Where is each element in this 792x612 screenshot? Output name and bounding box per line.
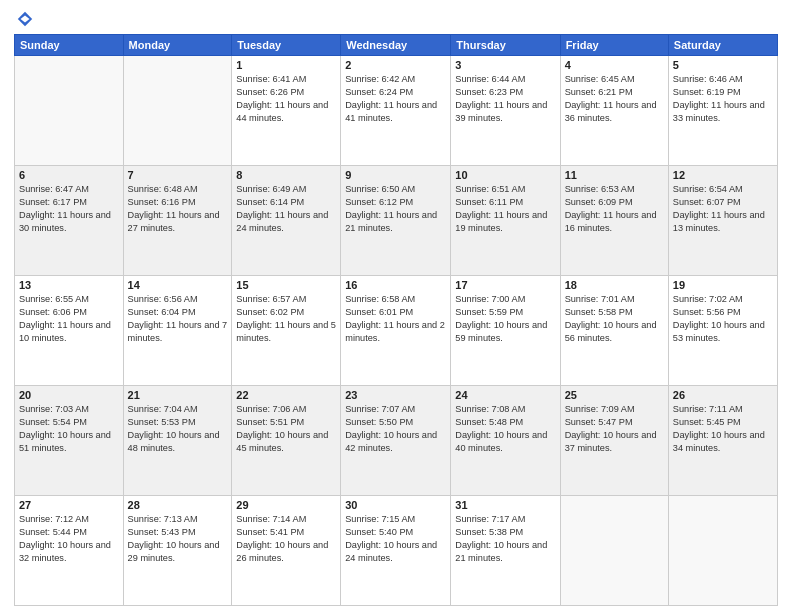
calendar-week-row: 27Sunrise: 7:12 AM Sunset: 5:44 PM Dayli… [15, 496, 778, 606]
page: SundayMondayTuesdayWednesdayThursdayFrid… [0, 0, 792, 612]
calendar-week-row: 13Sunrise: 6:55 AM Sunset: 6:06 PM Dayli… [15, 276, 778, 386]
calendar-cell: 8Sunrise: 6:49 AM Sunset: 6:14 PM Daylig… [232, 166, 341, 276]
calendar-cell: 25Sunrise: 7:09 AM Sunset: 5:47 PM Dayli… [560, 386, 668, 496]
calendar-week-row: 20Sunrise: 7:03 AM Sunset: 5:54 PM Dayli… [15, 386, 778, 496]
day-number: 20 [19, 389, 119, 401]
logo-icon [16, 10, 34, 28]
day-info: Sunrise: 6:42 AM Sunset: 6:24 PM Dayligh… [345, 73, 446, 125]
calendar: SundayMondayTuesdayWednesdayThursdayFrid… [14, 34, 778, 606]
calendar-cell: 29Sunrise: 7:14 AM Sunset: 5:41 PM Dayli… [232, 496, 341, 606]
day-info: Sunrise: 7:15 AM Sunset: 5:40 PM Dayligh… [345, 513, 446, 565]
calendar-cell: 13Sunrise: 6:55 AM Sunset: 6:06 PM Dayli… [15, 276, 124, 386]
calendar-week-row: 6Sunrise: 6:47 AM Sunset: 6:17 PM Daylig… [15, 166, 778, 276]
day-number: 29 [236, 499, 336, 511]
day-number: 8 [236, 169, 336, 181]
calendar-cell: 30Sunrise: 7:15 AM Sunset: 5:40 PM Dayli… [341, 496, 451, 606]
calendar-cell: 16Sunrise: 6:58 AM Sunset: 6:01 PM Dayli… [341, 276, 451, 386]
day-info: Sunrise: 7:03 AM Sunset: 5:54 PM Dayligh… [19, 403, 119, 455]
calendar-cell: 31Sunrise: 7:17 AM Sunset: 5:38 PM Dayli… [451, 496, 560, 606]
day-number: 27 [19, 499, 119, 511]
day-number: 3 [455, 59, 555, 71]
calendar-cell: 5Sunrise: 6:46 AM Sunset: 6:19 PM Daylig… [668, 56, 777, 166]
day-info: Sunrise: 7:14 AM Sunset: 5:41 PM Dayligh… [236, 513, 336, 565]
calendar-cell: 26Sunrise: 7:11 AM Sunset: 5:45 PM Dayli… [668, 386, 777, 496]
day-info: Sunrise: 7:01 AM Sunset: 5:58 PM Dayligh… [565, 293, 664, 345]
calendar-cell: 19Sunrise: 7:02 AM Sunset: 5:56 PM Dayli… [668, 276, 777, 386]
day-info: Sunrise: 6:50 AM Sunset: 6:12 PM Dayligh… [345, 183, 446, 235]
day-info: Sunrise: 6:58 AM Sunset: 6:01 PM Dayligh… [345, 293, 446, 345]
day-info: Sunrise: 7:08 AM Sunset: 5:48 PM Dayligh… [455, 403, 555, 455]
day-info: Sunrise: 6:48 AM Sunset: 6:16 PM Dayligh… [128, 183, 228, 235]
day-number: 17 [455, 279, 555, 291]
day-number: 25 [565, 389, 664, 401]
day-number: 12 [673, 169, 773, 181]
day-info: Sunrise: 6:45 AM Sunset: 6:21 PM Dayligh… [565, 73, 664, 125]
calendar-cell: 10Sunrise: 6:51 AM Sunset: 6:11 PM Dayli… [451, 166, 560, 276]
calendar-cell [668, 496, 777, 606]
calendar-cell [123, 56, 232, 166]
calendar-cell: 11Sunrise: 6:53 AM Sunset: 6:09 PM Dayli… [560, 166, 668, 276]
day-number: 7 [128, 169, 228, 181]
weekday-header-tuesday: Tuesday [232, 35, 341, 56]
day-info: Sunrise: 6:49 AM Sunset: 6:14 PM Dayligh… [236, 183, 336, 235]
weekday-header-friday: Friday [560, 35, 668, 56]
day-info: Sunrise: 7:13 AM Sunset: 5:43 PM Dayligh… [128, 513, 228, 565]
calendar-cell: 28Sunrise: 7:13 AM Sunset: 5:43 PM Dayli… [123, 496, 232, 606]
day-number: 11 [565, 169, 664, 181]
day-info: Sunrise: 7:07 AM Sunset: 5:50 PM Dayligh… [345, 403, 446, 455]
day-number: 9 [345, 169, 446, 181]
weekday-header-monday: Monday [123, 35, 232, 56]
day-info: Sunrise: 7:12 AM Sunset: 5:44 PM Dayligh… [19, 513, 119, 565]
calendar-cell: 9Sunrise: 6:50 AM Sunset: 6:12 PM Daylig… [341, 166, 451, 276]
calendar-cell: 24Sunrise: 7:08 AM Sunset: 5:48 PM Dayli… [451, 386, 560, 496]
weekday-header-wednesday: Wednesday [341, 35, 451, 56]
day-info: Sunrise: 7:09 AM Sunset: 5:47 PM Dayligh… [565, 403, 664, 455]
header [14, 10, 778, 28]
day-number: 31 [455, 499, 555, 511]
calendar-cell [15, 56, 124, 166]
calendar-cell: 12Sunrise: 6:54 AM Sunset: 6:07 PM Dayli… [668, 166, 777, 276]
calendar-cell: 17Sunrise: 7:00 AM Sunset: 5:59 PM Dayli… [451, 276, 560, 386]
day-info: Sunrise: 6:47 AM Sunset: 6:17 PM Dayligh… [19, 183, 119, 235]
calendar-cell: 3Sunrise: 6:44 AM Sunset: 6:23 PM Daylig… [451, 56, 560, 166]
day-number: 10 [455, 169, 555, 181]
weekday-header-thursday: Thursday [451, 35, 560, 56]
day-info: Sunrise: 6:57 AM Sunset: 6:02 PM Dayligh… [236, 293, 336, 345]
calendar-cell: 4Sunrise: 6:45 AM Sunset: 6:21 PM Daylig… [560, 56, 668, 166]
day-info: Sunrise: 6:56 AM Sunset: 6:04 PM Dayligh… [128, 293, 228, 345]
day-number: 16 [345, 279, 446, 291]
calendar-cell: 27Sunrise: 7:12 AM Sunset: 5:44 PM Dayli… [15, 496, 124, 606]
day-number: 18 [565, 279, 664, 291]
day-info: Sunrise: 7:02 AM Sunset: 5:56 PM Dayligh… [673, 293, 773, 345]
calendar-cell: 7Sunrise: 6:48 AM Sunset: 6:16 PM Daylig… [123, 166, 232, 276]
day-number: 30 [345, 499, 446, 511]
day-number: 13 [19, 279, 119, 291]
calendar-cell: 15Sunrise: 6:57 AM Sunset: 6:02 PM Dayli… [232, 276, 341, 386]
day-info: Sunrise: 6:41 AM Sunset: 6:26 PM Dayligh… [236, 73, 336, 125]
calendar-cell: 6Sunrise: 6:47 AM Sunset: 6:17 PM Daylig… [15, 166, 124, 276]
calendar-cell [560, 496, 668, 606]
calendar-cell: 14Sunrise: 6:56 AM Sunset: 6:04 PM Dayli… [123, 276, 232, 386]
day-number: 26 [673, 389, 773, 401]
day-number: 22 [236, 389, 336, 401]
day-info: Sunrise: 6:44 AM Sunset: 6:23 PM Dayligh… [455, 73, 555, 125]
day-number: 14 [128, 279, 228, 291]
day-number: 28 [128, 499, 228, 511]
day-info: Sunrise: 6:53 AM Sunset: 6:09 PM Dayligh… [565, 183, 664, 235]
calendar-cell: 21Sunrise: 7:04 AM Sunset: 5:53 PM Dayli… [123, 386, 232, 496]
calendar-cell: 2Sunrise: 6:42 AM Sunset: 6:24 PM Daylig… [341, 56, 451, 166]
day-info: Sunrise: 6:51 AM Sunset: 6:11 PM Dayligh… [455, 183, 555, 235]
day-number: 19 [673, 279, 773, 291]
weekday-header-sunday: Sunday [15, 35, 124, 56]
day-number: 4 [565, 59, 664, 71]
day-info: Sunrise: 7:11 AM Sunset: 5:45 PM Dayligh… [673, 403, 773, 455]
logo [14, 10, 34, 28]
calendar-cell: 18Sunrise: 7:01 AM Sunset: 5:58 PM Dayli… [560, 276, 668, 386]
day-info: Sunrise: 6:54 AM Sunset: 6:07 PM Dayligh… [673, 183, 773, 235]
day-number: 2 [345, 59, 446, 71]
day-info: Sunrise: 7:04 AM Sunset: 5:53 PM Dayligh… [128, 403, 228, 455]
calendar-cell: 1Sunrise: 6:41 AM Sunset: 6:26 PM Daylig… [232, 56, 341, 166]
weekday-header-saturday: Saturday [668, 35, 777, 56]
day-number: 24 [455, 389, 555, 401]
day-number: 5 [673, 59, 773, 71]
